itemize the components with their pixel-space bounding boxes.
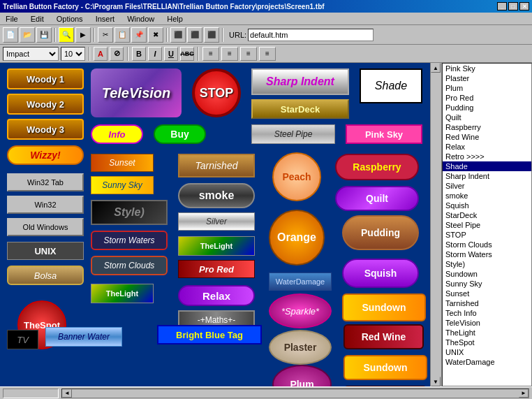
menu-options[interactable]: Options: [54, 15, 86, 23]
list-item[interactable]: TheLight: [443, 328, 531, 338]
menu-window[interactable]: Window: [124, 15, 157, 23]
align-right-button[interactable]: ≡: [240, 47, 257, 61]
storm-clouds-button[interactable]: Storm Clouds: [91, 256, 168, 275]
list-item[interactable]: Sunset: [443, 289, 531, 298]
window-controls[interactable]: _ □ ✕: [497, 2, 529, 10]
list-item[interactable]: Quilt: [443, 113, 531, 122]
another-button[interactable]: ▶: [75, 27, 91, 43]
tv-button[interactable]: TV: [7, 330, 38, 349]
list-item[interactable]: Storm Clouds: [443, 240, 531, 249]
list-item[interactable]: STOP: [443, 230, 531, 240]
align-justify-button[interactable]: ≡: [259, 47, 276, 61]
tarnished-button[interactable]: Tarnished: [178, 154, 255, 177]
list-item[interactable]: Plaster: [443, 73, 531, 83]
text-color-button[interactable]: A: [94, 47, 108, 61]
smoke-button[interactable]: smoke: [178, 183, 255, 208]
list-item[interactable]: Sharp Indent: [443, 171, 531, 181]
list-item[interactable]: Style): [443, 259, 531, 269]
scroll-right[interactable]: ►: [519, 389, 529, 398]
plum-button[interactable]: Plum: [272, 365, 332, 386]
scroll-up[interactable]: ▲: [431, 63, 441, 73]
relax-button[interactable]: Relax: [178, 285, 255, 306]
list-item[interactable]: StarDeck: [443, 210, 531, 220]
list-item[interactable]: Sunny Sky: [443, 279, 531, 289]
quilt-button[interactable]: Quilt: [335, 186, 419, 211]
menu-help[interactable]: Help: [164, 15, 186, 23]
sunset-button[interactable]: Sunset: [91, 154, 154, 172]
tb-btn-1[interactable]: ⬛: [170, 27, 186, 43]
list-item[interactable]: UNIX: [443, 347, 531, 357]
stardeck-button[interactable]: StarDeck: [251, 99, 349, 119]
info-button[interactable]: Info: [91, 124, 143, 144]
save-button[interactable]: 💾: [36, 27, 52, 43]
win32tab-button[interactable]: Win32 Tab: [7, 173, 84, 191]
paste-button[interactable]: 📌: [131, 27, 147, 43]
stop-button[interactable]: STOP: [192, 68, 241, 117]
list-item[interactable]: Squish: [443, 201, 531, 210]
water-damage-button[interactable]: WaterDamage: [269, 273, 332, 291]
shade-button[interactable]: Shade: [360, 68, 422, 103]
list-item[interactable]: Silver: [443, 181, 531, 191]
scroll-left[interactable]: ◄: [62, 389, 72, 398]
pink-sky-button[interactable]: Pink Sky: [346, 124, 422, 144]
open-button[interactable]: 📂: [20, 27, 35, 43]
television-button[interactable]: TeleVision: [91, 68, 182, 117]
peach-button[interactable]: Peach: [272, 152, 321, 201]
url-input[interactable]: [248, 29, 374, 41]
woody2-button[interactable]: Woody 2: [7, 94, 84, 115]
delete-button[interactable]: ✖: [148, 27, 163, 43]
list-item[interactable]: Storm Waters: [443, 249, 531, 259]
orange-button[interactable]: Orange: [269, 210, 325, 266]
sundown2-button[interactable]: Sundown: [343, 355, 427, 380]
woody1-button[interactable]: Woody 1: [7, 68, 84, 89]
woody3-button[interactable]: Woody 3: [7, 119, 84, 140]
red-wine-button[interactable]: Red Wine: [343, 324, 424, 349]
italic-button[interactable]: I: [148, 47, 162, 61]
font-select[interactable]: Impact: [3, 47, 59, 61]
sundown-button[interactable]: Sundown: [342, 293, 426, 321]
squish-button[interactable]: Squish: [342, 259, 419, 288]
list-item[interactable]: Pink Sky: [443, 64, 531, 73]
wizzy-button[interactable]: Wizzy!: [7, 145, 84, 165]
list-item[interactable]: TheSpot: [443, 338, 531, 347]
new-button[interactable]: 📄: [3, 27, 18, 43]
scroll-down[interactable]: ▼: [431, 377, 441, 386]
copy-button[interactable]: 📋: [114, 27, 130, 43]
menu-edit[interactable]: Edit: [28, 15, 47, 23]
bolsa-button[interactable]: Bolsa: [7, 266, 84, 285]
list-item[interactable]: Relax: [443, 142, 531, 152]
list-item[interactable]: Pro Red: [443, 93, 531, 103]
tb-btn-2[interactable]: ⬛: [187, 27, 202, 43]
win32-button[interactable]: Win32: [7, 196, 84, 214]
strike-button[interactable]: ABC: [180, 47, 194, 61]
list-item[interactable]: smoke: [443, 191, 531, 201]
list-item[interactable]: Raspberry: [443, 122, 531, 132]
sunny-sky-button[interactable]: Sunny Sky: [91, 176, 154, 194]
list-item[interactable]: TeleVision: [443, 318, 531, 328]
pro-red-button[interactable]: Pro Red: [178, 260, 255, 278]
sparkle-button[interactable]: *Sparkle*: [269, 293, 332, 328]
pudding-button[interactable]: Pudding: [342, 215, 419, 250]
list-item[interactable]: Tech Info: [443, 308, 531, 318]
banner-water-button[interactable]: Banner Water: [45, 327, 122, 347]
style-list[interactable]: Pink SkyPlasterPlumPro RedPuddingQuiltRa…: [442, 63, 532, 386]
plaster-button[interactable]: Plaster: [269, 330, 332, 365]
canvas-scrollbar[interactable]: ▲ ▼: [430, 63, 441, 386]
text-style-button[interactable]: ⊘: [110, 47, 124, 61]
preview-button[interactable]: 🔍: [59, 27, 74, 43]
thelight-button[interactable]: TheLight: [178, 236, 255, 256]
size-select[interactable]: 10: [61, 47, 85, 61]
raspberry-button[interactable]: Raspberry: [335, 154, 419, 180]
sharp-indent-button[interactable]: Sharp Indent: [251, 68, 349, 95]
unix-button[interactable]: UNIX: [7, 242, 84, 260]
maximize-button[interactable]: □: [508, 2, 518, 10]
list-item[interactable]: Pudding: [443, 103, 531, 113]
bold-button[interactable]: B: [132, 47, 146, 61]
menu-insert[interactable]: Insert: [93, 15, 118, 23]
align-left-button[interactable]: ≡: [202, 47, 219, 61]
list-item[interactable]: Tarnished: [443, 298, 531, 308]
list-item[interactable]: Retro >>>>: [443, 152, 531, 161]
red-wine2-button[interactable]: Red Wine: [343, 386, 427, 386]
list-item[interactable]: WaterDamage: [443, 357, 531, 367]
silver-button[interactable]: Silver: [178, 212, 255, 231]
